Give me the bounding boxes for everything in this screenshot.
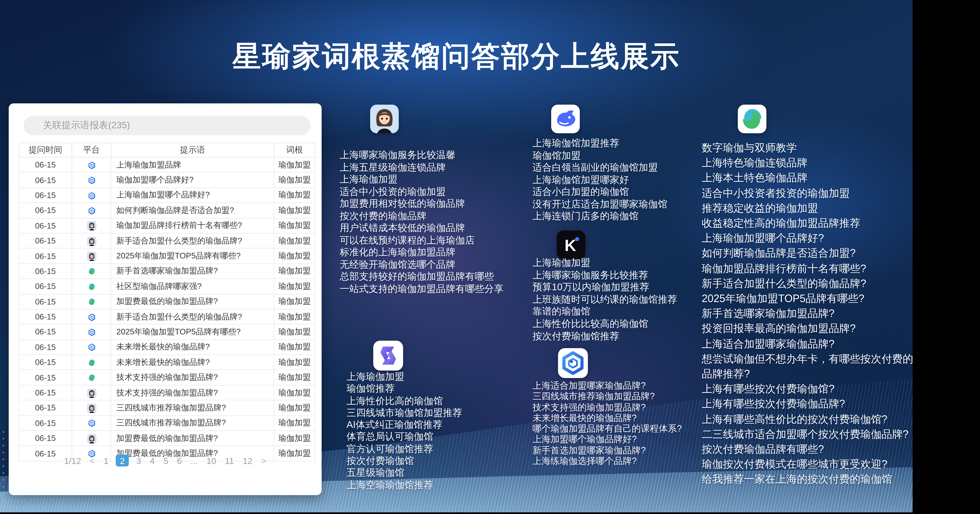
cell-ask-time: 06-15 bbox=[19, 188, 72, 203]
cell-root-word: 瑜伽加盟 bbox=[274, 400, 315, 415]
table-header: 提问时间 平台 提示语 词根 bbox=[19, 143, 315, 157]
cell-ask-time: 06-15 bbox=[19, 340, 72, 355]
question-item: 技术支持强的瑜伽加盟品牌? bbox=[533, 402, 744, 413]
cell-prompt: 瑜伽加盟哪个品牌好? bbox=[111, 172, 274, 188]
question-item: 未来增长最快的瑜伽品牌? bbox=[533, 413, 744, 424]
question-item: 一站式支持的瑜伽加盟品牌有哪些分享 bbox=[340, 283, 546, 295]
blue-hexagon-icon bbox=[87, 327, 96, 337]
green-swirl-icon bbox=[87, 267, 96, 276]
pagination: 1/12<123456...101112> bbox=[9, 455, 321, 466]
cell-root-word: 瑜伽加盟 bbox=[274, 431, 315, 446]
question-item: 上海哪家瑜伽服务比较温馨 bbox=[340, 149, 546, 161]
page-button-10[interactable]: 10 bbox=[207, 456, 216, 466]
cell-platform bbox=[72, 279, 111, 294]
col-header-prompt: 提示语 bbox=[111, 143, 274, 157]
cell-prompt: 新手适合加盟什么类型的瑜伽品牌? bbox=[111, 309, 274, 324]
slide-background: 星瑜家词根蒸馏问答部分上线展示 关联提示语报表(235) 提问时间 平台 提示语… bbox=[0, 0, 913, 512]
cell-ask-time: 06-15 bbox=[19, 400, 72, 415]
question-item: 体育总局认可瑜伽馆 bbox=[347, 431, 552, 442]
question-item: 上海适合加盟哪家瑜伽品牌? bbox=[702, 337, 913, 352]
cell-platform bbox=[72, 400, 111, 415]
cell-ask-time: 06-15 bbox=[19, 294, 72, 309]
table-row: 06-15社区型瑜伽品牌哪家强?瑜伽加盟 bbox=[19, 279, 315, 294]
cell-prompt: 新手首选哪家瑜伽加盟品牌? bbox=[111, 263, 274, 279]
cell-platform bbox=[72, 385, 111, 400]
table-row: 06-15未来增长最快的瑜伽品牌?瑜伽加盟 bbox=[19, 355, 315, 370]
cell-prompt: 技术支持强的瑜伽加盟品牌? bbox=[111, 385, 274, 400]
page-button-2[interactable]: 2 bbox=[116, 455, 129, 466]
cell-root-word: 瑜伽加盟 bbox=[274, 263, 315, 279]
question-item: 用户试错成本较低的瑜伽品牌 bbox=[340, 222, 546, 234]
doubao-avatar-icon bbox=[87, 388, 96, 398]
question-item: 加盟费用相对较低的瑜伽品牌 bbox=[340, 198, 546, 210]
cell-platform bbox=[72, 157, 111, 172]
doubao-avatar-icon bbox=[87, 236, 96, 246]
cell-ask-time: 06-15 bbox=[19, 431, 72, 446]
prev-page-button[interactable]: < bbox=[90, 456, 95, 466]
question-item: 官方认可瑜伽馆推荐 bbox=[347, 442, 552, 455]
page-ellipsis: ... bbox=[191, 456, 198, 466]
cell-ask-time: 06-15 bbox=[19, 203, 72, 218]
cell-prompt: 如何判断瑜伽品牌是否适合加盟? bbox=[111, 203, 274, 218]
page-button-6[interactable]: 6 bbox=[177, 456, 182, 466]
table-row: 06-15上海瑜伽加盟品牌瑜伽加盟 bbox=[19, 157, 315, 172]
kimi-icon bbox=[557, 230, 585, 259]
next-page-button[interactable]: > bbox=[261, 456, 266, 466]
green-swirl-icon bbox=[87, 358, 96, 367]
question-item: 数字瑜伽与双师教学 bbox=[702, 141, 913, 156]
table-row: 06-15新手适合加盟什么类型的瑜伽品牌?瑜伽加盟 bbox=[19, 309, 315, 324]
cell-platform bbox=[72, 340, 111, 355]
deepseek-whale-icon bbox=[551, 105, 580, 133]
page-button-12[interactable]: 12 bbox=[243, 456, 252, 466]
question-item: 三四线城市瑜伽馆加盟推荐 bbox=[347, 407, 552, 419]
question-item: 投资回报率最高的瑜伽加盟品牌? bbox=[702, 322, 913, 337]
blue-hexagon-icon bbox=[87, 313, 96, 322]
cell-platform bbox=[72, 188, 111, 203]
report-panel: 关联提示语报表(235) 提问时间 平台 提示语 词根 06-15上海瑜伽加盟品… bbox=[9, 104, 321, 495]
blue-hexagon-icon bbox=[558, 348, 588, 378]
page-button-3[interactable]: 3 bbox=[136, 456, 141, 466]
cell-prompt: 技术支持强的瑜伽加盟品牌? bbox=[111, 370, 274, 385]
page-button-11[interactable]: 11 bbox=[225, 456, 234, 466]
cell-platform bbox=[72, 431, 111, 446]
cell-root-word: 瑜伽加盟 bbox=[274, 309, 315, 324]
page-button-4[interactable]: 4 bbox=[150, 456, 155, 466]
table-row: 06-15瑜伽加盟品牌排行榜前十名有哪些?瑜伽加盟 bbox=[19, 218, 315, 233]
table-body: 06-15上海瑜伽加盟品牌瑜伽加盟06-15瑜伽加盟哪个品牌好?瑜伽加盟06-1… bbox=[19, 157, 315, 461]
cell-ask-time: 06-15 bbox=[19, 233, 72, 248]
cell-platform bbox=[72, 263, 111, 279]
cell-ask-time: 06-15 bbox=[19, 249, 72, 263]
cell-platform bbox=[72, 233, 111, 248]
prompt-table: 提问时间 平台 提示语 词根 06-15上海瑜伽加盟品牌瑜伽加盟06-15瑜伽加… bbox=[19, 143, 315, 461]
blue-hexagon-icon bbox=[87, 343, 96, 352]
question-item: 推荐稳定收益的瑜伽加盟 bbox=[702, 201, 913, 216]
table-row: 06-15三四线城市推荐瑜伽加盟品牌?瑜伽加盟 bbox=[19, 400, 315, 415]
page-button-1[interactable]: 1 bbox=[104, 456, 108, 466]
cell-root-word: 瑜伽加盟 bbox=[274, 294, 315, 309]
cell-prompt: 新手适合加盟什么类型的瑜伽品牌? bbox=[111, 233, 274, 248]
question-list-tongyi: 上海瑜伽加盟瑜伽馆推荐上海性价比高的瑜伽馆三四线城市瑜伽馆加盟推荐AI体式纠正瑜… bbox=[347, 370, 552, 491]
report-header-label: 关联提示语报表(235) bbox=[43, 120, 130, 131]
green-swirl-icon bbox=[738, 105, 767, 133]
question-item: 上海瑜伽加盟 bbox=[340, 173, 546, 185]
slide: 星瑜家词根蒸馏问答部分上线展示 关联提示语报表(235) 提问时间 平台 提示语… bbox=[0, 0, 980, 514]
page-button-5[interactable]: 5 bbox=[164, 456, 168, 466]
question-item: 按次付费的瑜伽品牌 bbox=[340, 210, 546, 222]
table-row: 06-15瑜伽加盟哪个品牌好?瑜伽加盟 bbox=[19, 172, 315, 188]
cell-ask-time: 06-15 bbox=[19, 370, 72, 385]
cell-platform bbox=[72, 294, 111, 309]
cell-ask-time: 06-15 bbox=[19, 385, 72, 400]
cell-ask-time: 06-15 bbox=[19, 309, 72, 324]
cell-prompt: 未来增长最快的瑜伽品牌? bbox=[111, 340, 274, 355]
question-item: 无经验开瑜伽馆选哪个品牌 bbox=[340, 258, 546, 270]
cell-prompt: 三四线城市推荐瑜伽加盟品牌? bbox=[111, 400, 274, 415]
doubao-avatar-icon bbox=[87, 434, 96, 443]
question-item: 标准化的上海瑜伽加盟品牌 bbox=[340, 246, 546, 258]
cell-platform bbox=[72, 355, 111, 370]
question-item: 如何判断瑜伽品牌是否适合加盟? bbox=[702, 246, 913, 261]
cell-root-word: 瑜伽加盟 bbox=[274, 172, 315, 188]
question-item: 给我推荐一家在上海的按次付费的瑜伽馆 bbox=[702, 472, 913, 487]
blue-hexagon-icon bbox=[87, 206, 96, 215]
doubao-avatar-icon bbox=[87, 221, 96, 231]
question-item: 上海瑜伽加盟 bbox=[347, 370, 552, 383]
